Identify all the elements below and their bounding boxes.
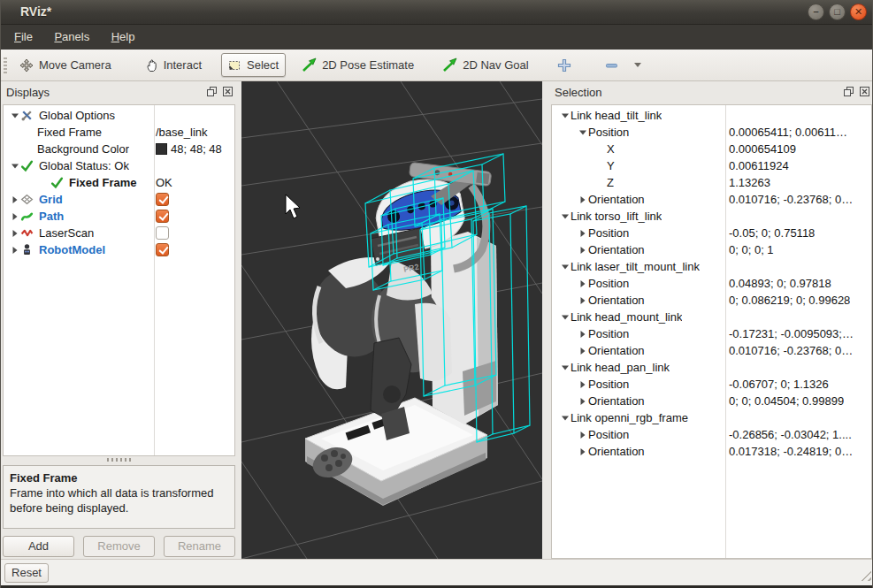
add-display-button[interactable]: Add <box>3 536 74 557</box>
pose-estimate-button[interactable]: 2D Pose Estimate <box>295 52 421 78</box>
tree-row[interactable]: Position 0.04893; 0; 0.97818 <box>552 275 871 292</box>
tree-row[interactable]: Link torso_lift_link <box>552 208 871 225</box>
nav-goal-button[interactable]: 2D Nav Goal <box>435 52 535 78</box>
move-cross-icon <box>19 58 34 73</box>
tree-row[interactable]: Orientation 0; 0.086219; 0; 0.99628 <box>552 292 871 309</box>
tree-row[interactable]: Fixed Frame /base_link <box>4 124 234 141</box>
expander-arrow-icon[interactable] <box>9 208 20 225</box>
tree-row-label: Path <box>39 210 64 223</box>
close-panel-icon[interactable] <box>222 86 234 97</box>
interact-button[interactable]: Interact <box>138 53 209 78</box>
expander-arrow-icon[interactable] <box>577 426 588 443</box>
expander-arrow-icon[interactable] <box>577 443 588 460</box>
expander-arrow-icon[interactable] <box>559 258 571 275</box>
expander-arrow-icon[interactable] <box>577 393 588 409</box>
toolbar-drag-handle[interactable] <box>4 57 7 73</box>
expander-arrow-icon[interactable] <box>559 107 571 124</box>
menu-file[interactable]: File <box>5 25 42 50</box>
expander-arrow-icon[interactable] <box>577 376 588 393</box>
move-camera-button[interactable]: Move Camera <box>12 53 119 78</box>
undock-panel-icon[interactable] <box>206 86 218 97</box>
undock-panel-icon[interactable] <box>843 86 854 97</box>
enabled-checkbox[interactable] <box>156 210 169 223</box>
3d-viewport[interactable]: PR2 <box>241 81 542 559</box>
main-area: Displays <box>1 81 873 559</box>
tree-row[interactable]: Link head_tilt_link <box>552 107 871 124</box>
enabled-checkbox[interactable] <box>156 243 169 256</box>
menu-panels[interactable]: Panels <box>45 25 98 50</box>
enabled-checkbox[interactable] <box>156 193 169 206</box>
tree-row[interactable]: Link head_mount_link <box>552 309 871 325</box>
tree-row[interactable]: Link head_pan_link <box>552 359 871 376</box>
maximize-button[interactable]: □ <box>829 4 846 20</box>
tree-row[interactable]: Link laser_tilt_mount_link <box>552 258 871 275</box>
tree-row[interactable]: Global Options <box>4 107 234 124</box>
tool-dropdown-button[interactable] <box>627 57 648 73</box>
tree-row-value: 0.010716; -0.23768; 0… <box>729 344 853 357</box>
expander-arrow-icon[interactable] <box>559 208 571 225</box>
expander-arrow-icon[interactable] <box>9 191 20 208</box>
minimize-button[interactable]: – <box>808 4 824 20</box>
tree-row[interactable]: Path <box>4 208 234 225</box>
tree-row[interactable]: Link openni_rgb_frame <box>552 409 871 426</box>
close-panel-icon[interactable] <box>859 86 870 97</box>
tree-row-label: Position <box>588 277 629 290</box>
add-tool-button[interactable] <box>550 53 578 78</box>
tree-row[interactable]: Fixed Frame OK <box>4 174 234 191</box>
tree-row[interactable]: Grid <box>4 191 234 208</box>
tree-row[interactable]: Global Status: Ok <box>4 157 234 174</box>
enabled-checkbox[interactable] <box>156 226 169 240</box>
expander-arrow-icon[interactable] <box>9 107 20 124</box>
tree-row[interactable]: LaserScan <box>4 225 234 241</box>
selection-panel: Selection Link head_tilt_link <box>549 81 873 559</box>
tree-row[interactable]: Orientation 0; 0; 0; 1 <box>552 241 871 258</box>
remove-display-button[interactable]: Remove <box>83 536 155 557</box>
tree-row[interactable]: Orientation 0.010716; -0.23768; 0… <box>552 191 871 208</box>
tree-row-value: OK <box>156 176 172 189</box>
expander-arrow-icon[interactable] <box>577 325 588 342</box>
expander-arrow-icon[interactable] <box>559 359 571 376</box>
tree-row[interactable]: Y 0.00611924 <box>552 157 871 174</box>
expander-arrow-icon[interactable] <box>559 409 571 426</box>
description-body: Frame into which all data is transformed… <box>10 486 213 515</box>
selection-tree: Link head_tilt_link Position 0.00065411;… <box>551 104 872 559</box>
tree-row-value: /base_link <box>156 126 208 139</box>
expander-arrow-icon[interactable] <box>9 157 20 174</box>
rename-display-button[interactable]: Rename <box>164 536 235 557</box>
expander-arrow-icon[interactable] <box>559 309 571 325</box>
tree-row[interactable]: Position 0.00065411; 0.00611… <box>552 124 871 141</box>
tree-row[interactable]: Orientation 0.010716; -0.23768; 0… <box>552 342 871 359</box>
tree-row[interactable]: Background Color 48; 48; 48 <box>4 141 234 157</box>
tree-row[interactable]: Z 1.13263 <box>552 174 871 191</box>
tree-row[interactable]: Orientation 0; 0; 0.04504; 0.99899 <box>552 393 871 409</box>
tree-row[interactable]: Position -0.26856; -0.03042; 1.... <box>552 426 871 443</box>
check-icon <box>50 176 65 189</box>
menu-help[interactable]: Help <box>103 25 144 50</box>
close-button[interactable]: ✕ <box>850 4 867 20</box>
expander-arrow-icon[interactable] <box>577 124 588 141</box>
tree-row[interactable]: Position -0.06707; 0; 1.1326 <box>552 376 871 393</box>
expander-arrow-icon[interactable] <box>577 191 588 208</box>
reset-button[interactable]: Reset <box>4 563 49 583</box>
tree-row[interactable]: Position -0.05; 0; 0.75118 <box>552 225 871 241</box>
tree-row[interactable]: X 0.000654109 <box>552 141 871 157</box>
resize-grip[interactable] <box>860 569 871 581</box>
expander-arrow-icon[interactable] <box>9 241 20 258</box>
panel-splitter-handle[interactable] <box>107 458 132 462</box>
tree-row-label: Link torso_lift_link <box>571 210 662 223</box>
expander-arrow-icon[interactable] <box>9 225 20 241</box>
expander-arrow-icon[interactable] <box>577 241 588 258</box>
titlebar[interactable]: RViz* – □ ✕ <box>1 0 872 25</box>
expander-arrow-icon[interactable] <box>577 342 588 359</box>
tree-row[interactable]: Position -0.17231; -0.0095093;… <box>552 325 871 342</box>
select-button[interactable]: Select <box>221 53 286 77</box>
expander-arrow-icon[interactable] <box>577 275 588 292</box>
remove-tool-button[interactable] <box>598 53 625 78</box>
tree-row[interactable]: Orientation 0.017318; -0.24819; 0… <box>552 443 871 460</box>
statusbar: Reset <box>1 559 873 585</box>
expander-arrow-icon[interactable] <box>577 225 588 241</box>
pose-estimate-label: 2D Pose Estimate <box>322 58 414 72</box>
tree-row[interactable]: RobotModel <box>4 241 234 258</box>
laser-icon <box>20 226 35 240</box>
expander-arrow-icon[interactable] <box>577 292 588 309</box>
